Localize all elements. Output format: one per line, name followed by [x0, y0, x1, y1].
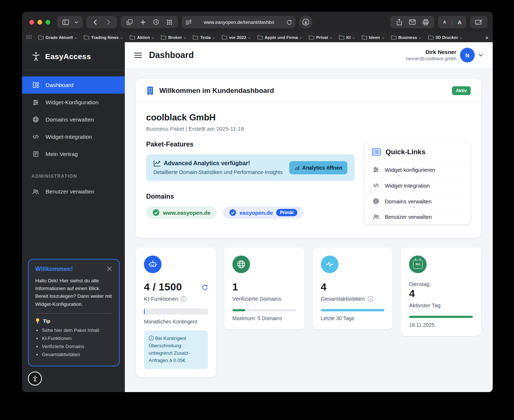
close-icon[interactable]	[106, 266, 112, 272]
brand-name: EasyAccess	[45, 52, 91, 61]
info-icon[interactable]	[368, 296, 373, 302]
main-area: Dashboard Dirk Nesner nesner@coolblack.g…	[125, 42, 493, 392]
sidebar-item-benutzer-verwalten[interactable]: Benutzer verwalten	[22, 183, 125, 200]
quick-link-label: Benutzer verwalten	[385, 214, 432, 220]
bookmark-folder[interactable]: 3D Drucker	[428, 35, 462, 40]
font-size-group: A A	[438, 16, 466, 28]
bookmark-folder[interactable]: Ideen	[362, 35, 384, 40]
bookmark-folder[interactable]: Privat	[309, 35, 332, 40]
sidebar-chevron-icon[interactable]	[73, 17, 80, 28]
forward-icon[interactable]	[102, 17, 114, 28]
bookmark-folder[interactable]: Business	[391, 35, 421, 40]
bookmark-label: Trading News	[91, 35, 119, 40]
package-meta: Business Paket | Erstellt am 2025-11-18	[146, 126, 471, 132]
minimize-window-button[interactable]	[37, 20, 42, 25]
open-analytics-button[interactable]: Analytics öffnen	[289, 161, 347, 174]
open-analytics-label: Analytics öffnen	[302, 165, 342, 171]
bookmark-folder[interactable]: Aktien	[130, 35, 154, 40]
quick-link-widget-konfigurieren[interactable]: Widget konfigurieren	[365, 162, 470, 177]
stat-subtext: Maximum: 5 Domains	[232, 315, 296, 321]
stat-value: 4 / 1500	[144, 281, 182, 293]
increase-font-button[interactable]: A	[456, 17, 463, 28]
quick-links-title: Quick-Links	[386, 148, 426, 156]
sidebar-item-dashboard[interactable]: Dashboard	[22, 76, 125, 94]
chevron-down-icon[interactable]	[478, 54, 483, 57]
chevron-down-icon	[184, 35, 186, 40]
sidebar-item-domains-verwalten[interactable]: Domains verwalten	[22, 111, 125, 128]
bookmarks-overflow-icon[interactable]: »	[485, 35, 488, 40]
brand: EasyAccess	[22, 42, 125, 70]
bookmark-label: Apple und Firma	[265, 35, 298, 40]
downloads-button[interactable]	[299, 15, 312, 29]
sidebar-item-mein-vertrag[interactable]: Mein Vertrag	[22, 145, 125, 163]
sidebar-toggle-icon[interactable]	[60, 17, 72, 28]
sidebar-item-label: Widget-Integration	[46, 134, 92, 140]
contract-icon	[32, 151, 40, 158]
url-text[interactable]: www.easyopen.de/tenant/dashbo	[194, 19, 284, 25]
bookmark-folder[interactable]: Grade Aktuell	[38, 35, 77, 40]
code-icon	[32, 133, 40, 140]
new-tab-icon[interactable]	[137, 17, 149, 28]
bookmark-folder[interactable]: Trading News	[84, 35, 123, 40]
close-window-button[interactable]	[29, 20, 34, 25]
address-bar[interactable]: www.easyopen.de/tenant/dashbo	[182, 16, 296, 28]
user-menu[interactable]: Dirk Nesner nesner@coolblack.gmbh N	[406, 48, 483, 62]
compose-icon[interactable]	[473, 17, 485, 28]
quick-link-benutzer-verwalten[interactable]: Benutzer verwalten	[365, 209, 470, 224]
avatar[interactable]: N	[460, 48, 475, 62]
stat-card-gesamtaktivitaeten: 4 Gesamtaktivitäten Letzte 30 Tage	[313, 247, 393, 329]
sidebar-item-widget-integration[interactable]: Widget-Integration	[22, 128, 125, 145]
quick-link-domains-verwalten[interactable]: Domains verwalten	[365, 193, 470, 209]
reload-icon[interactable]	[287, 19, 292, 25]
main-header: Dashboard Dirk Nesner nesner@coolblack.g…	[125, 42, 493, 68]
tab-overview-icon[interactable]	[124, 17, 135, 28]
day-progressbar	[409, 316, 473, 318]
list-icon	[372, 148, 381, 156]
bookmark-folder[interactable]: vor 2022	[222, 35, 251, 40]
zoom-window-button[interactable]	[46, 20, 50, 25]
hamburger-menu-icon[interactable]	[134, 52, 142, 58]
chevron-down-icon	[460, 35, 462, 40]
page-title: Dashboard	[149, 50, 194, 60]
print-icon[interactable]	[420, 17, 431, 28]
mail-icon[interactable]	[406, 17, 418, 28]
quick-link-widget-integration[interactable]: Widget-Integration	[365, 177, 470, 193]
accessibility-widget-button[interactable]	[28, 372, 42, 385]
bookmark-folder[interactable]: Apple und Firma	[257, 35, 303, 40]
favorites-grid-icon[interactable]	[26, 35, 32, 39]
stats-row: 4 / 1500 KI-Funktionen Monatliches Konti…	[136, 247, 481, 377]
back-icon[interactable]	[89, 17, 101, 28]
bookmark-folder[interactable]: KI	[339, 35, 355, 40]
bookmark-folder[interactable]: Tesla	[193, 35, 215, 40]
features-heading: Paket-Features	[146, 141, 355, 148]
tooltip-title: Willkommen!	[35, 265, 73, 272]
info-icon[interactable]	[181, 296, 187, 302]
pulse-icon	[321, 256, 339, 273]
sidebar-item-widget-konfiguration[interactable]: Widget-Konfiguration	[22, 94, 125, 111]
lightbulb-icon	[35, 318, 40, 324]
calendar-icon: Fri	[409, 256, 427, 273]
bookmark-folder[interactable]: Broker	[161, 35, 186, 40]
divider	[452, 19, 452, 25]
bar-chart-icon	[294, 165, 300, 170]
reader-icon[interactable]	[185, 19, 191, 25]
refresh-icon[interactable]	[202, 284, 208, 290]
analytics-banner: Advanced Analytics verfügbar! Detaillier…	[146, 154, 355, 181]
tab-grid-icon[interactable]	[163, 17, 175, 28]
domain-chip-verified[interactable]: www.easyopen.de	[146, 206, 217, 219]
decrease-font-button[interactable]: A	[441, 17, 448, 28]
globe-icon	[32, 116, 40, 123]
globe-icon	[372, 198, 380, 204]
building-icon	[146, 86, 154, 95]
domain-chip-primary[interactable]: easyopen.de Primär	[223, 206, 304, 219]
bookmark-label: Tesla	[200, 35, 211, 40]
sidebar-nav: Dashboard Widget-Konfiguration Domains v…	[22, 76, 125, 163]
compose-group	[470, 16, 488, 28]
stat-subtext: Letzte 30 Tage	[321, 315, 385, 321]
chevron-down-icon	[152, 35, 154, 40]
code-icon	[372, 182, 380, 189]
history-icon[interactable]	[150, 17, 162, 28]
share-icon[interactable]	[393, 17, 405, 28]
sidebar-section-administration: ADMINISTRATION	[22, 163, 125, 183]
chevron-down-icon	[75, 35, 77, 40]
